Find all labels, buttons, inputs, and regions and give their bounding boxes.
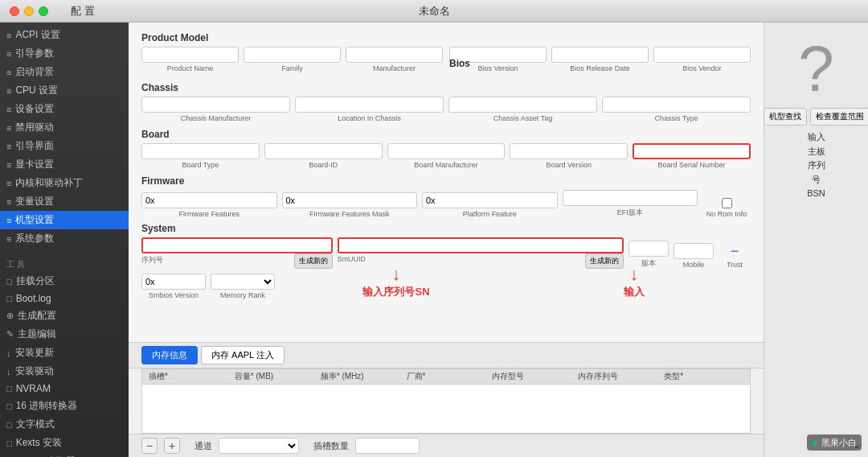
arrow-down-icon: ↓ bbox=[392, 264, 401, 285]
no-rom-info-checkbox[interactable] bbox=[722, 198, 732, 208]
chassis-type-field: Chassis Type bbox=[602, 97, 751, 122]
chassis-fields-row: Chassis Manufacturer Location In Chassis… bbox=[141, 97, 751, 122]
sidebar-item-acpi[interactable]: ≡ ACPI 设置 bbox=[0, 26, 129, 44]
sidebar-item-smbios[interactable]: ≡ 机型设置 bbox=[0, 211, 129, 229]
chassis-manufacturer-input[interactable] bbox=[141, 97, 290, 113]
sidebar-item-clover[interactable]: □ Clover 克隆器 bbox=[0, 452, 129, 457]
memory-rank-label: Memory Rank bbox=[211, 291, 275, 299]
smuuid-field: SmUUID 生成新的 bbox=[338, 237, 624, 269]
smuuid-input[interactable] bbox=[338, 237, 624, 253]
sidebar-item-disabled[interactable]: ≡ 禁用驱动 bbox=[0, 118, 129, 137]
square-icon: □ bbox=[6, 277, 12, 286]
sidebar-item-devices[interactable]: ≡ 设备设置 bbox=[0, 100, 129, 118]
sidebar-item-installupdates[interactable]: ↓ 安装更新 bbox=[0, 344, 129, 362]
sidebar-item-nvram[interactable]: □ NVRAM bbox=[0, 381, 129, 397]
main-wrapper: ≡ ACPI 设置 ≡ 引导参数 ≡ 启动背景 ≡ CPU 设置 ≡ 设备设置 … bbox=[0, 23, 868, 457]
serial-input[interactable] bbox=[141, 237, 333, 253]
no-rom-info-field: No Rom Info bbox=[702, 195, 751, 218]
chassis-type-input[interactable] bbox=[602, 97, 751, 113]
sidebar-item-cpu[interactable]: ≡ CPU 设置 bbox=[0, 81, 129, 100]
smuuid-gen-button[interactable]: 生成新的 bbox=[585, 253, 624, 269]
board-version-input[interactable] bbox=[510, 143, 628, 159]
board-serial-field: Board Serial Number bbox=[633, 143, 751, 169]
list-icon: ≡ bbox=[6, 86, 11, 96]
chassis-type-label: Chassis Type bbox=[602, 114, 751, 122]
board-manufacturer-field: Board Manufacturer bbox=[387, 143, 506, 169]
smbios-version-input[interactable] bbox=[141, 274, 206, 290]
maximize-button[interactable] bbox=[39, 6, 48, 16]
sidebar-item-bootlog[interactable]: □ Boot.log bbox=[0, 290, 129, 307]
square-icon: □ bbox=[6, 401, 12, 411]
close-button[interactable] bbox=[10, 6, 19, 16]
sidebar-item-partitions[interactable]: □ 挂载分区 bbox=[0, 272, 129, 290]
sidebar-item-gui[interactable]: ≡ 引导界面 bbox=[0, 137, 129, 155]
chassis-asset-input[interactable] bbox=[448, 97, 597, 113]
sidebar-item-gpu[interactable]: ≡ 显卡设置 bbox=[0, 155, 129, 174]
list-icon: ≡ bbox=[6, 160, 11, 170]
model-lookup-button[interactable]: 机型查找 bbox=[764, 108, 807, 126]
chassis-manufacturer-field: Chassis Manufacturer bbox=[141, 97, 290, 122]
memory-rank-field: Memory Rank bbox=[211, 274, 275, 299]
firmware-features-input[interactable] bbox=[141, 192, 277, 208]
sidebar-item-plisteditor[interactable]: ✎ 主题编辑 bbox=[0, 325, 129, 344]
sidebar-item-bootargs[interactable]: ≡ 引导参数 bbox=[0, 44, 129, 63]
smbios-version-field: Smbios Version bbox=[141, 274, 206, 299]
check-coverage-button[interactable]: 检查覆盖范围 bbox=[810, 108, 869, 126]
sidebar-item-sysparams[interactable]: ≡ 系统参数 bbox=[0, 229, 129, 248]
chassis-location-input[interactable] bbox=[295, 97, 444, 113]
board-type-input[interactable] bbox=[141, 143, 260, 159]
sidebar-item-kernel[interactable]: ≡ 内核和驱动补丁 bbox=[0, 174, 129, 192]
download-icon: ↓ bbox=[6, 367, 11, 377]
board-section: Board Board Type Board-ID Board Manufact… bbox=[141, 129, 751, 169]
smbios-version-label: Smbios Version bbox=[141, 291, 206, 299]
menu-config[interactable]: 配 置 bbox=[64, 4, 101, 19]
memory-info-tab[interactable]: 内存信息 bbox=[141, 346, 198, 364]
mobile-input[interactable] bbox=[674, 243, 714, 259]
sidebar-item-installdriver[interactable]: ↓ 安装驱动 bbox=[0, 362, 129, 381]
board-serial-input[interactable] bbox=[633, 143, 751, 159]
platform-feature-field: Platform Feature bbox=[422, 192, 558, 218]
col-capacity: 容量* (MB) bbox=[231, 371, 317, 382]
sidebar-item-bootbg[interactable]: ≡ 启动背景 bbox=[0, 63, 129, 81]
minimize-button[interactable] bbox=[24, 6, 34, 16]
version-input[interactable] bbox=[628, 241, 669, 257]
col-slot: 插槽* bbox=[145, 371, 231, 382]
board-manufacturer-input[interactable] bbox=[387, 143, 506, 159]
sidebar-item-hex[interactable]: □ 16 进制转换器 bbox=[0, 397, 129, 415]
slots-input[interactable] bbox=[355, 438, 420, 454]
sidebar-item-genconfig[interactable]: ⊕ 生成配置 bbox=[0, 307, 129, 325]
chassis-asset-label: Chassis Asset Tag bbox=[448, 114, 597, 122]
product-model-title: Product Model bbox=[141, 32, 443, 43]
memory-aapl-tab[interactable]: 内存 AAPL 注入 bbox=[201, 346, 285, 364]
sidebar-item-vars[interactable]: ≡ 变量设置 bbox=[0, 192, 129, 211]
sidebar-tools-section: □ 挂载分区 □ Boot.log ⊕ 生成配置 ✎ 主题编辑 ↓ 安装更新 ↓… bbox=[0, 272, 129, 457]
traffic-lights[interactable] bbox=[10, 6, 48, 16]
col-type: 类型* bbox=[661, 371, 747, 382]
sidebar-item-kexts[interactable]: □ Kexts 安装 bbox=[0, 434, 129, 452]
board-version-field: Board Version bbox=[510, 143, 628, 169]
bios-section-title: Bios bbox=[449, 58, 751, 69]
firmware-mask-input[interactable] bbox=[282, 192, 418, 208]
col-type-num: 内存型号 bbox=[489, 371, 575, 382]
remove-button[interactable]: − bbox=[141, 438, 158, 454]
sidebar-item-textmode[interactable]: □ 文字模式 bbox=[0, 415, 129, 434]
bottom-toolbar: − + 通道 插槽数量 bbox=[129, 434, 764, 457]
serial-gen-button[interactable]: 生成新的 bbox=[294, 253, 333, 269]
trust-label: Trust bbox=[719, 261, 751, 269]
right-panel-instruction: 输入主板序列号BSN bbox=[807, 130, 825, 201]
col-frequency: 频率* (MHz) bbox=[317, 371, 403, 382]
add-button[interactable]: + bbox=[164, 438, 180, 454]
channel-select[interactable] bbox=[219, 438, 299, 454]
efi-version-input[interactable] bbox=[563, 190, 698, 206]
trust-field: − Trust bbox=[719, 243, 751, 269]
board-id-input[interactable] bbox=[264, 143, 383, 159]
trust-minus-icon[interactable]: − bbox=[731, 243, 739, 260]
edit-icon: ✎ bbox=[6, 329, 14, 340]
system-title: System bbox=[141, 223, 751, 234]
memory-rank-select[interactable] bbox=[211, 274, 275, 290]
platform-feature-input[interactable] bbox=[422, 192, 558, 208]
firmware-features-field: Firmware Features bbox=[141, 192, 277, 218]
col-vendor: 厂商* bbox=[403, 371, 489, 382]
board-type-label: Board Type bbox=[141, 161, 260, 169]
board-version-label: Board Version bbox=[510, 161, 628, 169]
